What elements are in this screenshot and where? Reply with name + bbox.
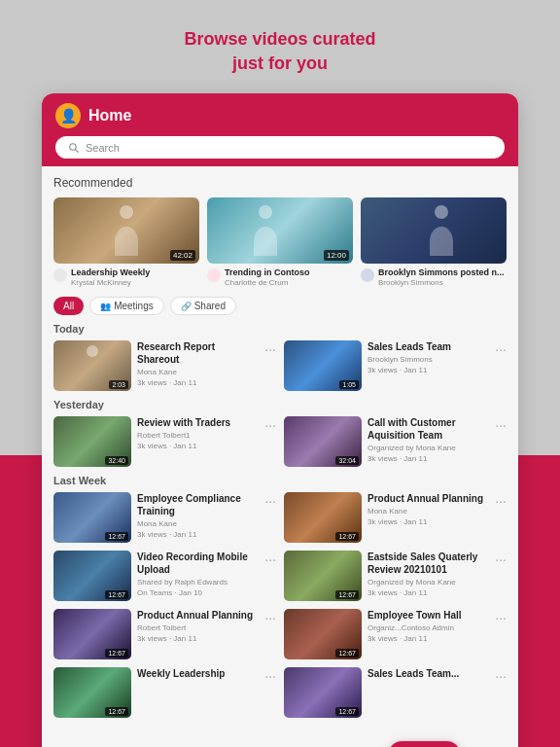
video-row-lw1: 12:67 Employee Compliance Training Mona …: [53, 492, 507, 543]
video-more-12[interactable]: ···: [495, 667, 507, 683]
page-wrapper: Browse videos curated just for you 👤 Hom…: [0, 0, 560, 747]
video-item-10[interactable]: 12:67 Employee Town Hall Organiz...Conto…: [284, 609, 507, 659]
video-thumb-6: 12:67: [284, 492, 362, 543]
video-info-9: Product Annual Planning Robert Tolbert3k…: [137, 609, 259, 644]
video-dur-1: 2:03: [109, 380, 128, 389]
video-meta-5: Mona Kane3k views · Jan 11: [137, 519, 259, 540]
video-more-1[interactable]: ···: [264, 340, 276, 356]
app-header-top: 👤 Home: [55, 103, 505, 128]
video-row-today: 2:03 Research Report Shareout Mona Kane3…: [53, 340, 507, 391]
video-title-10: Employee Town Hall: [368, 609, 489, 622]
video-thumb-1: 2:03: [53, 340, 131, 391]
video-thumb-8: 12:67: [284, 551, 362, 601]
video-dur-6: 12:67: [335, 532, 359, 541]
video-more-6[interactable]: ···: [495, 492, 507, 508]
video-dur-11: 12:67: [105, 707, 128, 716]
video-info-3: Review with Traders Robert Tolbert13k vi…: [137, 416, 259, 451]
video-item-11[interactable]: 12:67 Weekly Leadership ···: [53, 667, 276, 718]
filter-tabs: All 👥 Meetings 🔗 Shared: [53, 297, 507, 315]
video-meta-2: Brooklyn Simmons3k views · Jan 11: [368, 355, 489, 375]
day-label-yesterday: Yesterday: [53, 399, 507, 410]
video-item-3[interactable]: 32:40 Review with Traders Robert Tolbert…: [53, 416, 276, 467]
video-title-11: Weekly Leadership: [137, 667, 259, 680]
video-meta-6: Mona Kane3k views · Jan 11: [368, 507, 489, 527]
video-dur-2: 1:05: [339, 380, 359, 389]
video-item-1[interactable]: 2:03 Research Report Shareout Mona Kane3…: [53, 340, 276, 391]
rec-info-2: Trending in Contoso Charlotte de Crum: [207, 267, 353, 287]
content-area[interactable]: Recommended 42:02 Leadership Weekly Krys…: [42, 166, 518, 747]
video-meta-3: Robert Tolbert13k views · Jan 11: [137, 431, 259, 451]
rec-info-3: Brooklyn Simmons posted n... Brooklyn Si…: [361, 267, 507, 287]
video-more-7[interactable]: ···: [264, 551, 276, 566]
video-item-2[interactable]: 1:05 Sales Leads Team Brooklyn Simmons3k…: [284, 340, 507, 391]
app-header: 👤 Home Search: [42, 93, 518, 166]
rec-thumb-3: [361, 197, 507, 264]
video-item-9[interactable]: 12:67 Product Annual Planning Robert Tol…: [53, 609, 276, 659]
video-title-6: Product Annual Planning: [368, 492, 489, 505]
search-bar[interactable]: Search: [55, 136, 505, 159]
video-row-lw3: 12:67 Product Annual Planning Robert Tol…: [53, 609, 507, 659]
avatar: 👤: [55, 103, 81, 128]
create-button[interactable]: + Create: [389, 741, 460, 747]
video-info-11: Weekly Leadership: [137, 667, 259, 682]
rec-sub-1: Krystal McKinney: [71, 278, 150, 287]
video-dur-3: 32:40: [105, 456, 128, 465]
video-thumb-4: 32:04: [284, 416, 362, 467]
video-dur-12: 12:67: [335, 707, 359, 716]
hero-title: Browse videos curated just for you: [184, 27, 375, 76]
video-more-4[interactable]: ···: [495, 416, 507, 432]
day-label-today: Today: [53, 323, 507, 335]
video-more-2[interactable]: ···: [495, 340, 507, 356]
rec-card-2[interactable]: 12:00 Trending in Contoso Charlotte de C…: [207, 197, 353, 287]
video-title-4: Call with Customer Aquisition Team: [368, 416, 489, 442]
video-item-6[interactable]: 12:67 Product Annual Planning Mona Kane3…: [284, 492, 507, 543]
recommended-row: 42:02 Leadership Weekly Krystal McKinney: [53, 197, 507, 287]
video-item-7[interactable]: 12:67 Video Recording Mobile Upload Shar…: [53, 551, 276, 601]
video-dur-9: 12:67: [105, 649, 128, 658]
video-thumb-7: 12:67: [53, 551, 131, 601]
filter-meetings[interactable]: 👥 Meetings: [89, 297, 164, 315]
video-more-10[interactable]: ···: [495, 609, 507, 624]
search-icon: [67, 141, 80, 154]
video-title-7: Video Recording Mobile Upload: [137, 551, 259, 576]
video-info-10: Employee Town Hall Organiz...Contoso Adm…: [368, 609, 489, 644]
rec-info-text-3: Brooklyn Simmons posted n... Brooklyn Si…: [378, 267, 505, 287]
video-thumb-2: 1:05: [284, 340, 362, 391]
rec-sub-2: Charlotte de Crum: [225, 278, 310, 287]
video-thumb-10: 12:67: [284, 609, 362, 659]
video-more-5[interactable]: ···: [264, 492, 276, 508]
day-label-lastweek: Last Week: [53, 475, 507, 486]
rec-info-text-2: Trending in Contoso Charlotte de Crum: [225, 267, 310, 287]
video-title-12: Sales Leads Team...: [368, 667, 489, 680]
video-more-11[interactable]: ···: [264, 667, 276, 683]
video-item-5[interactable]: 12:67 Employee Compliance Training Mona …: [53, 492, 276, 543]
rec-title-2: Trending in Contoso: [225, 267, 310, 278]
filter-shared[interactable]: 🔗 Shared: [170, 297, 236, 315]
video-thumb-5: 12:67: [53, 492, 131, 543]
video-more-9[interactable]: ···: [264, 609, 276, 624]
video-info-1: Research Report Shareout Mona Kane3k vie…: [137, 340, 259, 388]
rec-info-1: Leadership Weekly Krystal McKinney: [53, 267, 199, 287]
video-row-lw2: 12:67 Video Recording Mobile Upload Shar…: [53, 551, 507, 601]
video-meta-9: Robert Tolbert3k views · Jan 11: [137, 623, 259, 644]
video-title-5: Employee Compliance Training: [137, 492, 259, 517]
video-title-3: Review with Traders: [137, 416, 259, 429]
video-item-4[interactable]: 32:04 Call with Customer Aquisition Team…: [284, 416, 507, 467]
video-thumb-12: 12:67: [284, 667, 362, 718]
video-more-8[interactable]: ···: [495, 551, 507, 566]
video-meta-4: Organized by Mona Kane3k views · Jan 11: [368, 444, 489, 464]
video-item-12[interactable]: 12:67 Sales Leads Team... ···: [284, 667, 507, 718]
video-info-12: Sales Leads Team...: [368, 667, 489, 682]
video-thumb-9: 12:67: [53, 609, 131, 659]
rec-card-3[interactable]: Brooklyn Simmons posted n... Brooklyn Si…: [361, 197, 507, 287]
video-item-8[interactable]: 12:67 Eastside Sales Quaterly Review 202…: [284, 551, 507, 601]
video-title-2: Sales Leads Team: [368, 340, 489, 353]
video-more-3[interactable]: ···: [264, 416, 276, 432]
rec-thumb-2: 12:00: [207, 197, 353, 264]
rec-card-1[interactable]: 42:02 Leadership Weekly Krystal McKinney: [53, 197, 199, 287]
video-row-yesterday: 32:40 Review with Traders Robert Tolbert…: [53, 416, 507, 467]
video-info-7: Video Recording Mobile Upload Shared by …: [137, 551, 259, 598]
filter-all[interactable]: All: [53, 297, 84, 315]
video-meta-1: Mona Kane3k views · Jan 11: [137, 368, 259, 388]
video-title-9: Product Annual Planning: [137, 609, 259, 622]
